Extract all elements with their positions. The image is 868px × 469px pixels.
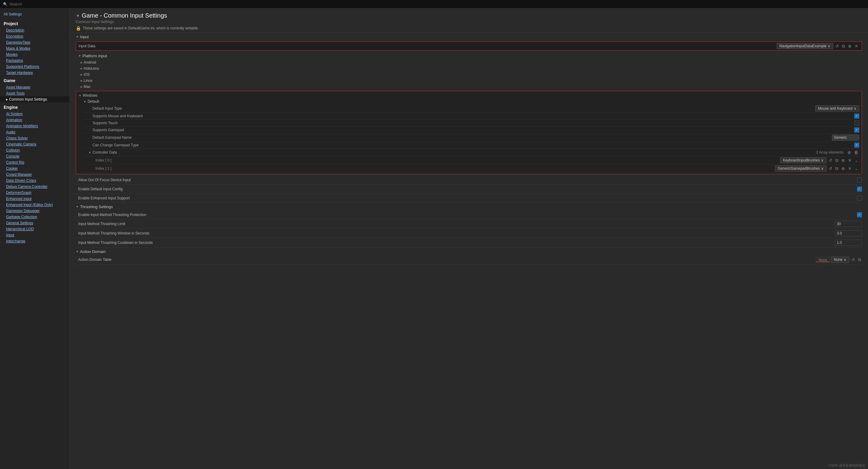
- add-icon-btn[interactable]: ⊕: [847, 43, 852, 49]
- sidebar-item-cooker[interactable]: Cooker: [0, 165, 69, 171]
- sidebar-item-enhanced-input[interactable]: Enhanced Input: [0, 196, 69, 202]
- sidebar-item-general-settings[interactable]: General Settings: [0, 220, 69, 226]
- thrashing-window-label: Input Method Thrashing Window in Seconds: [76, 231, 835, 236]
- sidebar-item-packaging[interactable]: Packaging: [0, 58, 69, 64]
- search-input[interactable]: [9, 2, 70, 6]
- index0-dropdown[interactable]: KeyboardInputBrushes ∨: [780, 157, 827, 163]
- input-section-header[interactable]: ▼ Input: [76, 33, 862, 40]
- action-domain-header[interactable]: ▼ Action Domain: [76, 248, 862, 255]
- array-add-btn[interactable]: ⊕: [846, 150, 852, 155]
- sidebar-item-control-rig[interactable]: Control Rig: [0, 159, 69, 165]
- platform-mac[interactable]: ▶ Mac: [81, 84, 862, 90]
- platform-hololens[interactable]: ▶ HoloLens: [81, 65, 862, 71]
- enable-enhanced-input-support-label: Enable Enhanced Input Support: [76, 196, 857, 200]
- sidebar-item-hierarchical-lod[interactable]: Hierarchical LOD: [0, 226, 69, 232]
- controller-data-label: Controller Data: [92, 150, 117, 155]
- supports-gamepad-checkbox[interactable]: [855, 128, 859, 132]
- index0-expand-btn[interactable]: ⌄: [854, 158, 859, 163]
- input-data-label: Input Data: [79, 44, 95, 48]
- index1-dropdown[interactable]: GenericGamepadBrushes ∨: [775, 165, 827, 171]
- sidebar-item-cinematic-camera[interactable]: Cinematic Camera: [0, 141, 69, 147]
- sidebar-item-garbage-collection[interactable]: Garbage Collection: [0, 214, 69, 220]
- none-label: None: [816, 257, 830, 263]
- linux-expand-icon: ▶: [81, 80, 83, 82]
- index1-label: Index [ 1 ]: [95, 166, 775, 170]
- sidebar-item-ai-system[interactable]: AI System: [0, 111, 69, 117]
- platform-ios[interactable]: ▶ iOS: [81, 71, 862, 77]
- input-data-value: NavigationInputDataExample ∨ ↺ ⧉ ⊕ ✕: [777, 43, 859, 49]
- sidebar-item-movies[interactable]: Movies: [0, 52, 69, 58]
- default-label: Default: [88, 99, 99, 104]
- sidebar-item-asset-manager[interactable]: Asset Manager: [0, 84, 69, 90]
- sidebar-item-chaos-solver[interactable]: Chaos Solver: [0, 135, 69, 141]
- thrashing-cooldown-input[interactable]: [835, 240, 862, 246]
- thrashing-enable-checkbox[interactable]: [857, 212, 862, 217]
- sidebar-item-animation-modifiers[interactable]: Animation Modifiers: [0, 123, 69, 129]
- mac-label: Mac: [84, 85, 91, 89]
- sidebar-item-target-hardware[interactable]: Target Hardware: [0, 70, 69, 76]
- enable-enhanced-input-support-checkbox[interactable]: [857, 196, 862, 200]
- reset-icon-btn[interactable]: ↺: [834, 43, 840, 49]
- all-settings-link[interactable]: All Settings: [0, 11, 69, 19]
- sidebar-item-console[interactable]: Console: [0, 153, 69, 159]
- sidebar-item-animation[interactable]: Animation: [0, 117, 69, 123]
- sidebar-item-common-input-settings[interactable]: Common Input Settings: [0, 96, 69, 102]
- thrashing-header[interactable]: ▼ Thrashing Settings: [76, 203, 862, 210]
- sidebar-item-audio[interactable]: Audio: [0, 129, 69, 135]
- thrashing-limit-input[interactable]: [835, 221, 862, 227]
- index1-reset-btn[interactable]: ↺: [828, 166, 833, 171]
- array-delete-btn[interactable]: 🗑: [853, 150, 859, 155]
- default-header[interactable]: ▼ Default: [83, 98, 859, 104]
- platform-android[interactable]: ▶ Android: [81, 59, 862, 65]
- index0-close-btn[interactable]: ✕: [847, 158, 852, 163]
- index1-expand-btn[interactable]: ⌄: [854, 166, 859, 171]
- index1-close-btn[interactable]: ✕: [847, 166, 852, 171]
- sidebar-item-asset-tools[interactable]: Asset Tools: [0, 90, 69, 96]
- index0-reset-btn[interactable]: ↺: [828, 158, 833, 163]
- supports-mouse-keyboard-checkbox[interactable]: [855, 114, 859, 119]
- sidebar-item-supported-platforms[interactable]: Supported Platforms: [0, 64, 69, 70]
- ios-label: iOS: [84, 72, 90, 77]
- sidebar-item-deformer-graph[interactable]: DeformerGraph: [0, 190, 69, 196]
- sidebar-item-gameplaytags[interactable]: GameplayTags: [0, 39, 69, 45]
- sidebar-item-crowd-manager[interactable]: Crowd Manager: [0, 171, 69, 178]
- watermark: CSDN @开发游戏的老王: [829, 463, 866, 468]
- array-count: 2 Array elements: [816, 150, 843, 155]
- can-change-gamepad-type-checkbox[interactable]: [855, 143, 859, 148]
- sidebar-item-input[interactable]: Input: [0, 232, 69, 238]
- platform-linux[interactable]: ▶ Linux: [81, 77, 862, 84]
- sidebar-item-description[interactable]: Description: [0, 27, 69, 33]
- action-domain-arrow: ▼: [76, 250, 79, 253]
- sidebar-item-interchange[interactable]: Interchange: [0, 238, 69, 244]
- sidebar-item-debug-camera-controller[interactable]: Debug Camera Controller: [0, 184, 69, 190]
- input-data-dropdown[interactable]: NavigationInputDataExample ∨: [777, 43, 833, 49]
- sidebar-item-encryption[interactable]: Encryption: [0, 33, 69, 39]
- sidebar-item-gameplay-debugger[interactable]: Gameplay Debugger: [0, 208, 69, 214]
- mac-expand-icon: ▶: [81, 86, 83, 88]
- copy-icon-btn[interactable]: ⧉: [841, 43, 846, 49]
- action-domain-dropdown[interactable]: None ∨: [831, 257, 849, 263]
- thrashing-cooldown-label: Input Method Thrashing Cooldown in Secon…: [76, 241, 835, 245]
- thrashing-window-input[interactable]: [835, 230, 862, 236]
- default-input-type-label: Default Input Type: [83, 106, 815, 111]
- windows-header[interactable]: ▼ Windows: [79, 92, 859, 98]
- allow-out-of-focus-value: [857, 178, 862, 182]
- supports-touch-checkbox[interactable]: [855, 121, 859, 125]
- close-icon-btn[interactable]: ✕: [854, 43, 859, 49]
- index0-add-btn[interactable]: ⊕: [840, 158, 846, 163]
- sidebar-item-collision[interactable]: Collision: [0, 147, 69, 153]
- sidebar-item-data-driven-cvars[interactable]: Data Driven CVars: [0, 178, 69, 184]
- action-domain-copy-btn[interactable]: ⧉: [857, 257, 862, 263]
- index0-copy-btn[interactable]: ⧉: [834, 158, 839, 163]
- action-domain-reset-btn[interactable]: ↺: [850, 257, 856, 262]
- default-gamepad-name-input[interactable]: [832, 134, 859, 140]
- sidebar-section-engine: Engine: [0, 102, 69, 111]
- index1-copy-btn[interactable]: ⧉: [834, 166, 839, 171]
- index1-add-btn[interactable]: ⊕: [840, 166, 846, 171]
- platform-input-header[interactable]: ▼ Platform Input: [76, 52, 862, 59]
- default-input-type-dropdown[interactable]: Mouse and Keyboard ∨: [815, 105, 859, 112]
- sidebar-item-maps-modes[interactable]: Maps & Modes: [0, 45, 69, 52]
- allow-out-of-focus-checkbox[interactable]: [857, 178, 862, 182]
- sidebar-item-enhanced-input-editor[interactable]: Enhanced Input (Editor Only): [0, 202, 69, 208]
- enable-default-input-config-checkbox[interactable]: [857, 187, 862, 191]
